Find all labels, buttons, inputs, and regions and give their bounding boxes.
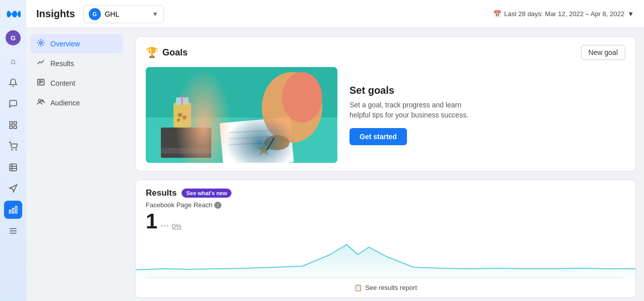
- svg-line-30: [229, 143, 272, 145]
- user-avatar[interactable]: G: [6, 30, 21, 45]
- content-area: 🏆 Goals New goal: [127, 28, 644, 301]
- svg-rect-12: [10, 210, 11, 213]
- sidebar-item-content[interactable]: Content: [30, 74, 123, 92]
- svg-rect-6: [10, 164, 17, 171]
- reach-dots: ···: [160, 219, 169, 231]
- sidebar-item-results[interactable]: Results: [30, 54, 123, 73]
- set-goals-desc: Set a goal, track progress and learn hel…: [349, 100, 481, 120]
- svg-point-37: [178, 113, 182, 117]
- goals-text: Set goals Set a goal, track progress and…: [349, 85, 481, 145]
- table-icon[interactable]: [4, 158, 22, 176]
- page-title: Insights: [36, 8, 75, 20]
- reach-percent: 0%: [172, 222, 182, 230]
- chart-area: [136, 237, 635, 277]
- reach-number-row: 1 ··· 0%: [146, 211, 625, 232]
- svg-rect-24: [146, 117, 337, 163]
- whats-new-badge[interactable]: See what's new: [182, 189, 231, 198]
- sidebar-item-overview[interactable]: Overview: [30, 34, 123, 53]
- goals-body: Set goals Set a goal, track progress and…: [146, 67, 625, 163]
- svg-point-39: [177, 118, 180, 122]
- svg-point-40: [264, 135, 289, 150]
- svg-line-28: [229, 130, 282, 133]
- sidebar-item-label-content: Content: [50, 79, 75, 87]
- trophy-icon: 🏆: [146, 46, 158, 58]
- date-range-selector[interactable]: 📅 Last 28 days: Mar 12, 2022 – Apr 8, 20…: [493, 10, 634, 18]
- svg-rect-10: [16, 206, 17, 213]
- main-content: Insights G GHL ▼ 📅 Last 28 days: Mar 12,…: [26, 0, 644, 301]
- svg-point-16: [40, 42, 42, 44]
- audience-icon: [36, 98, 45, 107]
- left-icon-bar: G ⌂: [0, 0, 26, 301]
- megaphone-icon[interactable]: [4, 179, 22, 198]
- svg-rect-25: [161, 128, 211, 158]
- body-area: Overview Results Content Audience: [26, 28, 644, 301]
- calendar-icon: 📅: [493, 10, 501, 18]
- results-card: Results See what's new Facebook Page Rea…: [135, 179, 636, 298]
- goals-title: Goals: [162, 47, 188, 58]
- svg-point-5: [16, 149, 17, 150]
- info-icon: i: [214, 202, 221, 209]
- date-range-label: Last 28 days: Mar 12, 2022 – Apr 8, 2022: [504, 10, 625, 18]
- svg-point-21: [38, 99, 41, 102]
- svg-point-33: [282, 72, 322, 123]
- top-bar: Insights G GHL ▼ 📅 Last 28 days: Mar 12,…: [26, 0, 644, 28]
- svg-rect-26: [161, 148, 211, 154]
- svg-rect-2: [10, 126, 12, 129]
- new-goal-button[interactable]: New goal: [581, 45, 625, 60]
- sidebar-item-label-overview: Overview: [50, 40, 80, 48]
- date-range-chevron: ▼: [627, 10, 634, 18]
- svg-point-4: [12, 149, 13, 150]
- see-results-label: See results report: [365, 284, 417, 291]
- sidebar-item-audience[interactable]: Audience: [30, 93, 123, 112]
- svg-rect-35: [176, 97, 189, 105]
- account-icon: G: [89, 8, 101, 20]
- home-icon[interactable]: ⌂: [4, 52, 22, 71]
- pages-icon[interactable]: [4, 116, 22, 134]
- report-icon: 📋: [354, 284, 362, 291]
- overview-icon: [36, 39, 45, 48]
- fb-reach-label: Facebook Page Reach i: [146, 201, 625, 209]
- account-name: GHL: [105, 10, 148, 18]
- sidebar-item-label-results: Results: [50, 59, 74, 68]
- svg-rect-0: [10, 122, 12, 124]
- svg-rect-11: [13, 208, 14, 213]
- sidebar: Overview Results Content Audience: [26, 28, 127, 301]
- svg-rect-34: [173, 102, 191, 128]
- meta-logo: [5, 6, 21, 22]
- goals-card: 🏆 Goals New goal: [135, 36, 636, 171]
- hamburger-icon[interactable]: [4, 222, 22, 240]
- results-header: Results See what's new: [146, 188, 625, 198]
- svg-rect-23: [146, 67, 337, 163]
- goals-illustration: [146, 67, 337, 163]
- reach-value: 1: [146, 211, 157, 232]
- get-started-button[interactable]: Get started: [349, 128, 407, 145]
- results-icon: [36, 58, 45, 68]
- svg-line-29: [229, 136, 282, 139]
- sidebar-item-label-audience: Audience: [50, 99, 80, 107]
- svg-rect-27: [219, 117, 294, 163]
- svg-point-32: [262, 72, 322, 143]
- svg-rect-3: [14, 126, 17, 129]
- see-results-bar[interactable]: 📋 See results report: [146, 277, 625, 297]
- bell-icon[interactable]: [4, 74, 22, 92]
- account-selector[interactable]: G GHL ▼: [83, 5, 164, 23]
- content-icon: [36, 78, 45, 88]
- goals-card-header: 🏆 Goals New goal: [146, 45, 625, 60]
- goals-title-row: 🏆 Goals: [146, 46, 188, 58]
- svg-line-41: [267, 138, 274, 150]
- svg-point-38: [183, 115, 187, 119]
- shop-icon[interactable]: [4, 137, 22, 155]
- chevron-down-icon: ▼: [152, 11, 158, 18]
- chart-icon[interactable]: [4, 201, 22, 219]
- chat-icon[interactable]: [4, 95, 22, 113]
- svg-rect-1: [14, 122, 17, 124]
- set-goals-heading: Set goals: [349, 85, 481, 96]
- results-title: Results: [146, 188, 177, 198]
- svg-marker-31: [257, 143, 271, 156]
